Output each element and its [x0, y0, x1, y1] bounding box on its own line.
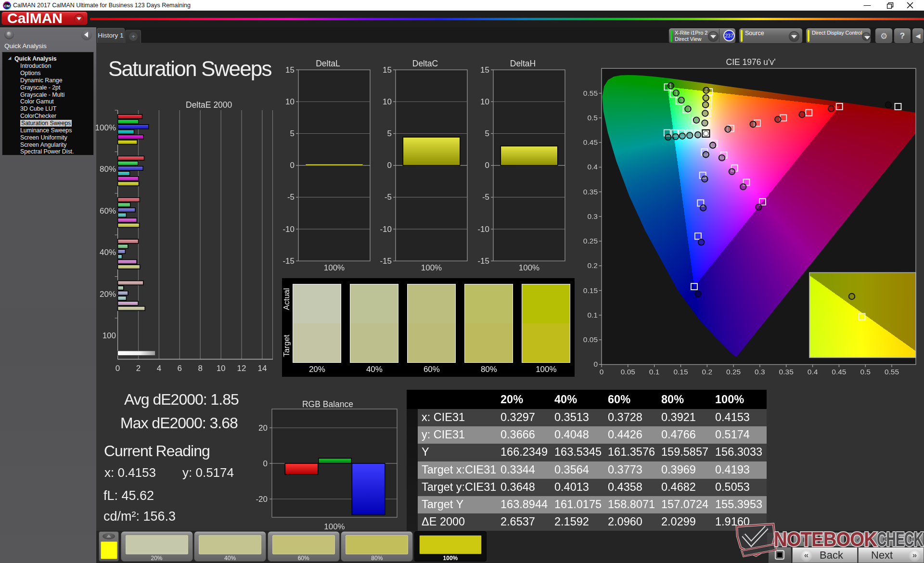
- svg-text:CHECK: CHECK: [877, 527, 924, 550]
- svg-text:NOTEBOOK: NOTEBOOK: [774, 527, 877, 550]
